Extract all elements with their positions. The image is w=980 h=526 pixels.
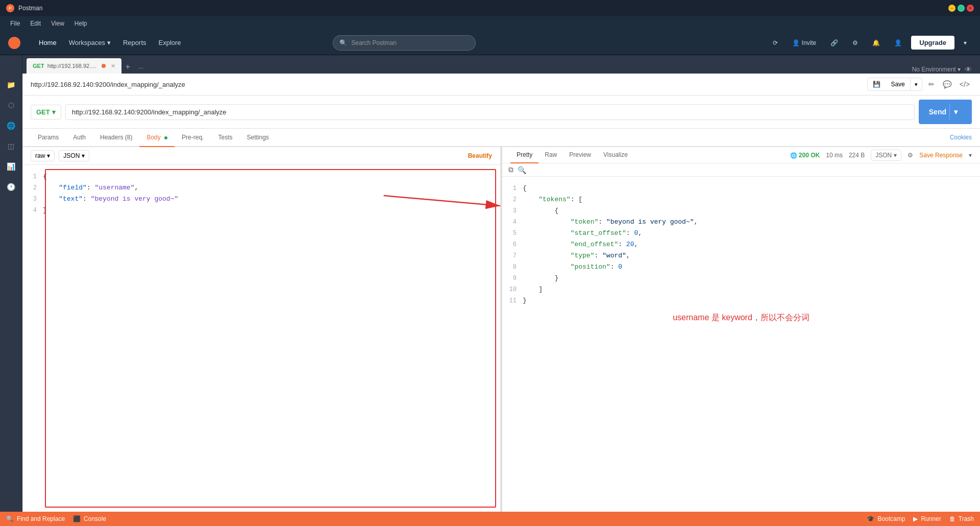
save-response-btn[interactable]: Save Response	[919, 152, 963, 159]
beautify-btn[interactable]: Beautify	[468, 152, 492, 159]
menu-help[interactable]: Help	[70, 18, 91, 29]
menu-edit[interactable]: Edit	[26, 18, 45, 29]
sidebar-collections-icon[interactable]: 📁	[4, 78, 18, 92]
title-bar: P Postman − □ ✕	[0, 0, 980, 16]
raw-select[interactable]: raw ▾	[31, 150, 55, 161]
request-body-editor[interactable]: 1 { 2 "field": "username", 3 "text": "be…	[22, 165, 500, 512]
resp-line-10: 10 ]	[502, 284, 980, 295]
bootcamp-icon: 🎓	[867, 515, 874, 522]
active-tab[interactable]: GET http://192.168.92.1... ✕	[27, 58, 121, 74]
sidebar-monitors-icon[interactable]: 📊	[4, 159, 18, 174]
save-dropdown-icon[interactable]: ▾	[910, 79, 922, 90]
minimize-btn[interactable]: −	[948, 5, 955, 12]
resp-line-11: 11 }	[502, 295, 980, 306]
runner-btn[interactable]: ▶ Runner	[913, 515, 941, 522]
nav-explore[interactable]: Explore	[153, 37, 187, 49]
bootcamp-btn[interactable]: 🎓 Bootcamp	[867, 515, 905, 522]
response-format-select[interactable]: JSON ▾	[871, 150, 901, 161]
resp-line-3: 3 {	[502, 205, 980, 217]
tab-headers[interactable]: Headers (8)	[93, 129, 139, 147]
sidebar-history-icon[interactable]: 🕐	[4, 180, 18, 194]
resp-line-5: 5 "start_offset": 0,	[502, 228, 980, 239]
code-line-2: 2 "field": "username",	[22, 182, 500, 194]
notifications-btn[interactable]: 🔔	[867, 37, 885, 49]
nav-reports[interactable]: Reports	[117, 37, 153, 49]
save-button-group[interactable]: 💾 Save ▾	[867, 78, 922, 91]
invite-btn[interactable]: 👤 Invite	[787, 37, 822, 49]
search-bar[interactable]: 🔍 Search Postman	[333, 35, 476, 51]
tab-pre-req[interactable]: Pre-req.	[175, 129, 211, 147]
trash-icon: 🗑	[949, 515, 955, 522]
window-buttons[interactable]: − □ ✕	[948, 5, 974, 12]
resp-tab-preview[interactable]: Preview	[563, 147, 597, 163]
sidebar-apis-icon[interactable]: ⬡	[5, 98, 17, 112]
send-dropdown-icon[interactable]: ▾	[949, 104, 962, 120]
nav-workspaces[interactable]: Workspaces ▾	[63, 37, 117, 49]
settings-btn[interactable]: ⚙	[847, 37, 863, 49]
find-replace-btn[interactable]: 🔍 Find and Replace	[6, 515, 65, 522]
tab-method: GET	[33, 63, 44, 69]
save-label[interactable]: Save	[886, 78, 910, 90]
maximize-btn[interactable]: □	[958, 5, 965, 12]
save-icon: 💾	[868, 78, 886, 90]
tab-tests[interactable]: Tests	[211, 129, 239, 147]
annotation-text: username 是 keyword，所以不会分词	[502, 306, 980, 329]
resp-tab-visualize[interactable]: Visualize	[597, 147, 634, 163]
tab-auth[interactable]: Auth	[66, 129, 93, 147]
bottom-bar: 🔍 Find and Replace ⬛ Console 🎓 Bootcamp …	[0, 512, 980, 526]
search-response-icon[interactable]: 🔍	[518, 166, 526, 174]
right-panel: Pretty Raw Preview Visualize 🌐 200 OK 10…	[502, 147, 980, 512]
upgrade-btn[interactable]: Upgrade	[911, 36, 954, 50]
request-highlight-box	[45, 169, 496, 508]
edit-icon[interactable]: ✏	[926, 78, 937, 90]
sidebar: 📁 ⬡ 🌐 ◫ 📊 🕐	[0, 74, 22, 512]
save-response-chevron[interactable]: ▾	[969, 152, 972, 159]
tab-close-btn[interactable]: ✕	[111, 63, 115, 69]
tab-overflow-btn[interactable]: ···	[134, 62, 148, 74]
response-time: 10 ms	[826, 152, 843, 159]
cookies-btn[interactable]: Cookies	[950, 134, 972, 141]
sync-btn[interactable]: ⟳	[768, 37, 783, 49]
json-chevron-icon: ▾	[82, 152, 85, 159]
code-line-3: 3 "text": "beyond is very good~"	[22, 194, 500, 205]
nav-bar: Home Workspaces ▾ Reports Explore 🔍 Sear…	[0, 31, 980, 55]
tab-settings[interactable]: Settings	[239, 129, 276, 147]
json-select[interactable]: JSON ▾	[59, 150, 89, 161]
filter-icon[interactable]: ⚙	[908, 152, 913, 159]
method-label: GET	[36, 108, 50, 116]
nav-home[interactable]: Home	[33, 37, 63, 49]
resp-tab-raw[interactable]: Raw	[538, 147, 563, 163]
chevron-down-icon: ▾	[107, 39, 111, 46]
menu-file[interactable]: File	[6, 18, 24, 29]
resp-tab-pretty[interactable]: Pretty	[510, 147, 538, 163]
request-actions: 💾 Save ▾ ✏ 💬 </>	[867, 78, 972, 91]
trash-btn[interactable]: 🗑 Trash	[949, 515, 974, 522]
url-input[interactable]	[65, 104, 915, 120]
no-environment-select[interactable]: No Environment ▾	[912, 66, 961, 73]
format-chevron-icon: ▾	[894, 152, 897, 159]
link-btn[interactable]: 🔗	[825, 37, 843, 49]
request-tabs: Params Auth Headers (8) Body Pre-req. Te…	[22, 129, 980, 147]
environment-settings-icon[interactable]: 👁	[965, 65, 972, 74]
console-btn[interactable]: ⬛ Console	[73, 515, 106, 522]
response-body-viewer: 1 { 2 "tokens": [ 3 { 4 "t	[502, 177, 980, 512]
sidebar-environments-icon[interactable]: 🌐	[4, 118, 18, 133]
tab-params[interactable]: Params	[31, 129, 66, 147]
resp-line-4: 4 "token": "beyond is very good~",	[502, 217, 980, 228]
tab-bar: GET http://192.168.92.1... ✕ + ··· No En…	[22, 55, 980, 74]
sidebar-mock-icon[interactable]: ◫	[5, 139, 17, 153]
bottom-right: 🎓 Bootcamp ▶ Runner 🗑 Trash	[867, 515, 974, 522]
tab-body[interactable]: Body	[139, 129, 175, 147]
app-logo: P	[6, 4, 14, 12]
upgrade-chevron[interactable]: ▾	[959, 37, 972, 49]
new-tab-btn[interactable]: +	[121, 60, 134, 74]
method-select[interactable]: GET ▾	[31, 105, 61, 119]
menu-view[interactable]: View	[47, 18, 68, 29]
close-btn[interactable]: ✕	[967, 5, 974, 12]
app-title: Postman	[18, 5, 42, 12]
avatar-btn[interactable]: 👤	[889, 37, 907, 49]
comment-icon[interactable]: 💬	[941, 78, 953, 90]
send-button-group[interactable]: Send ▾	[919, 100, 972, 124]
copy-icon[interactable]: ⧉	[508, 165, 513, 174]
code-icon[interactable]: </>	[958, 78, 972, 90]
